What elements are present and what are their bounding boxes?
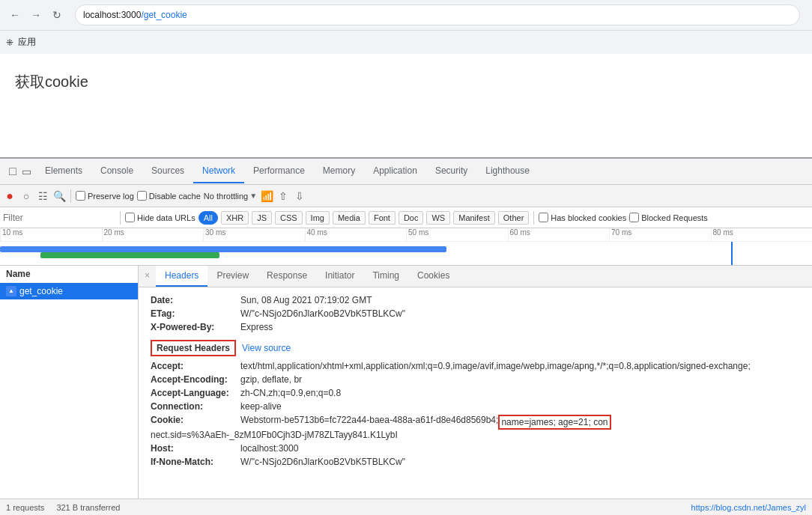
timeline-bar: 10 ms 20 ms 30 ms 40 ms 50 ms 60 ms 70 m… bbox=[0, 228, 812, 266]
preserve-log-text: Preserve log bbox=[88, 192, 134, 201]
filter-type-css[interactable]: CSS bbox=[275, 211, 303, 225]
filter-type-all[interactable]: All bbox=[199, 211, 218, 225]
tab-console[interactable]: Console bbox=[91, 159, 142, 183]
refresh-button[interactable]: ↻ bbox=[48, 6, 66, 24]
has-blocked-label[interactable]: Has blocked cookies bbox=[539, 213, 626, 222]
has-blocked-checkbox[interactable] bbox=[539, 213, 548, 222]
throttling-arrow: ▼ bbox=[249, 192, 257, 200]
header-if-none-match-value: W/"c-NSjo2D6nJlarKooB2VbK5TBLKCw" bbox=[240, 457, 405, 467]
header-etag-name: ETag: bbox=[151, 308, 240, 319]
apps-icon: ⁜ bbox=[6, 37, 13, 48]
wifi-button[interactable]: 📶 bbox=[260, 189, 273, 203]
devtools-panel: □ ▭ Elements Console Sources Network Per… bbox=[0, 157, 812, 515]
timeline-tracks bbox=[0, 242, 812, 266]
blocked-requests-text: Blocked Requests bbox=[641, 213, 708, 222]
header-xpoweredby-value: Express bbox=[240, 322, 273, 332]
blocked-requests-label[interactable]: Blocked Requests bbox=[629, 213, 708, 222]
disable-cache-checkbox[interactable] bbox=[137, 191, 147, 201]
tick-20ms: 20 ms bbox=[102, 228, 204, 241]
detail-tab-initiator[interactable]: Initiator bbox=[316, 266, 363, 287]
header-cookie-name: Cookie: bbox=[151, 415, 240, 430]
detail-tab-timing[interactable]: Timing bbox=[363, 266, 408, 287]
tab-application[interactable]: Application bbox=[364, 159, 426, 183]
bookmarks-bar: ⁜ 应用 bbox=[0, 30, 812, 54]
header-etag-value: W/"c-NSjo2D6nJlarKooB2VbK5TBLKCw" bbox=[240, 308, 405, 319]
header-accept-value: text/html,application/xhtml+xml,applicat… bbox=[240, 361, 751, 371]
tick-40ms: 40 ms bbox=[305, 228, 407, 241]
preserve-log-label[interactable]: Preserve log bbox=[76, 191, 134, 201]
clear-button[interactable]: ○ bbox=[19, 189, 33, 203]
tick-60ms: 60 ms bbox=[508, 228, 610, 241]
filter-button[interactable]: ☷ bbox=[36, 189, 49, 203]
detail-tab-response[interactable]: Response bbox=[258, 266, 316, 287]
header-accept-encoding-name: Accept-Encoding: bbox=[151, 374, 240, 385]
back-button[interactable]: ← bbox=[6, 6, 24, 24]
tab-memory[interactable]: Memory bbox=[314, 159, 364, 183]
filter-input[interactable] bbox=[3, 213, 115, 223]
header-cookie-highlight: name=james; age=21; con bbox=[498, 415, 610, 430]
filter-bar: Hide data URLs All XHR JS CSS Img Media … bbox=[0, 207, 812, 228]
header-accept-language-row: Accept-Language: zh-CN,zh;q=0.9,en;q=0.8 bbox=[151, 386, 800, 400]
address-bar[interactable]: localhost:3000/get_cookie bbox=[75, 4, 800, 25]
header-if-none-match-row: If-None-Match: W/"c-NSjo2D6nJlarKooB2VbK… bbox=[151, 455, 800, 469]
header-date-value: Sun, 08 Aug 2021 07:19:02 GMT bbox=[240, 295, 372, 305]
filter-sep-2 bbox=[533, 211, 534, 225]
filter-type-img[interactable]: Img bbox=[306, 211, 330, 225]
inspect-element-button[interactable]: □ bbox=[6, 165, 19, 178]
filter-type-doc[interactable]: Doc bbox=[399, 211, 424, 225]
detail-tab-close[interactable]: × bbox=[139, 266, 156, 287]
device-toolbar-button[interactable]: ▭ bbox=[19, 165, 33, 178]
tab-security[interactable]: Security bbox=[426, 159, 476, 183]
filter-sep-1 bbox=[120, 211, 121, 225]
tab-network[interactable]: Network bbox=[193, 159, 244, 183]
devtools-main: Name ▲ get_cookie × Headers Preview Resp… bbox=[0, 266, 812, 499]
has-blocked-text: Has blocked cookies bbox=[551, 213, 626, 222]
header-accept-language-value: zh-CN,zh;q=0.9,en;q=0.8 bbox=[240, 388, 341, 398]
timeline-track-green bbox=[40, 252, 219, 258]
import-button[interactable]: ⇧ bbox=[276, 189, 290, 203]
preserve-log-checkbox[interactable] bbox=[76, 191, 85, 201]
disable-cache-text: Disable cache bbox=[149, 192, 201, 201]
detail-content: Date: Sun, 08 Aug 2021 07:19:02 GMT ETag… bbox=[139, 287, 812, 475]
timeline-track-blue bbox=[0, 246, 446, 252]
detail-tab-headers[interactable]: Headers bbox=[156, 266, 207, 287]
tab-lighthouse[interactable]: Lighthouse bbox=[476, 159, 539, 183]
forward-button[interactable]: → bbox=[27, 6, 45, 24]
tick-10ms: 10 ms bbox=[0, 228, 102, 241]
search-button[interactable]: 🔍 bbox=[52, 189, 66, 203]
transferred-size: 321 B transferred bbox=[56, 503, 120, 512]
tab-elements[interactable]: Elements bbox=[36, 159, 91, 183]
filter-type-other[interactable]: Other bbox=[498, 211, 530, 225]
hide-data-urls-label[interactable]: Hide data URLs bbox=[125, 213, 196, 222]
filter-type-ws[interactable]: WS bbox=[426, 211, 450, 225]
header-connection-name: Connection: bbox=[151, 401, 240, 412]
filter-type-xhr[interactable]: XHR bbox=[221, 211, 249, 225]
tab-performance[interactable]: Performance bbox=[244, 159, 314, 183]
header-xpoweredby-name: X-Powered-By: bbox=[151, 322, 240, 332]
detail-tab-cookies[interactable]: Cookies bbox=[408, 266, 458, 287]
detail-tab-preview[interactable]: Preview bbox=[207, 266, 258, 287]
filter-type-manifest[interactable]: Manifest bbox=[453, 211, 495, 225]
hide-data-urls-checkbox[interactable] bbox=[125, 213, 135, 222]
blocked-requests-checkbox[interactable] bbox=[629, 213, 639, 222]
header-host-row: Host: localhost:3000 bbox=[151, 442, 800, 455]
request-item-get-cookie[interactable]: ▲ get_cookie bbox=[0, 283, 138, 299]
tick-50ms: 50 ms bbox=[406, 228, 508, 241]
hide-data-urls-text: Hide data URLs bbox=[137, 213, 196, 222]
filter-type-media[interactable]: Media bbox=[333, 211, 366, 225]
header-etag-row: ETag: W/"c-NSjo2D6nJlarKooB2VbK5TBLKCw" bbox=[151, 307, 800, 320]
header-connection-row: Connection: keep-alive bbox=[151, 400, 800, 413]
view-source-button[interactable]: View source bbox=[242, 343, 291, 353]
export-button[interactable]: ⇩ bbox=[293, 189, 306, 203]
header-connection-value: keep-alive bbox=[240, 401, 282, 412]
filter-type-font[interactable]: Font bbox=[369, 211, 396, 225]
record-button[interactable]: ● bbox=[3, 189, 16, 203]
disable-cache-label[interactable]: Disable cache bbox=[137, 191, 201, 201]
url-highlight: /get_cookie bbox=[141, 10, 187, 20]
filter-type-js[interactable]: JS bbox=[252, 211, 272, 225]
header-date-row: Date: Sun, 08 Aug 2021 07:19:02 GMT bbox=[151, 293, 800, 307]
tab-sources[interactable]: Sources bbox=[142, 159, 193, 183]
throttling-select[interactable]: No throttling ▼ bbox=[204, 192, 257, 201]
page-content: 获取cookie bbox=[0, 57, 812, 157]
detail-panel: × Headers Preview Response Initiator Tim… bbox=[139, 266, 812, 499]
